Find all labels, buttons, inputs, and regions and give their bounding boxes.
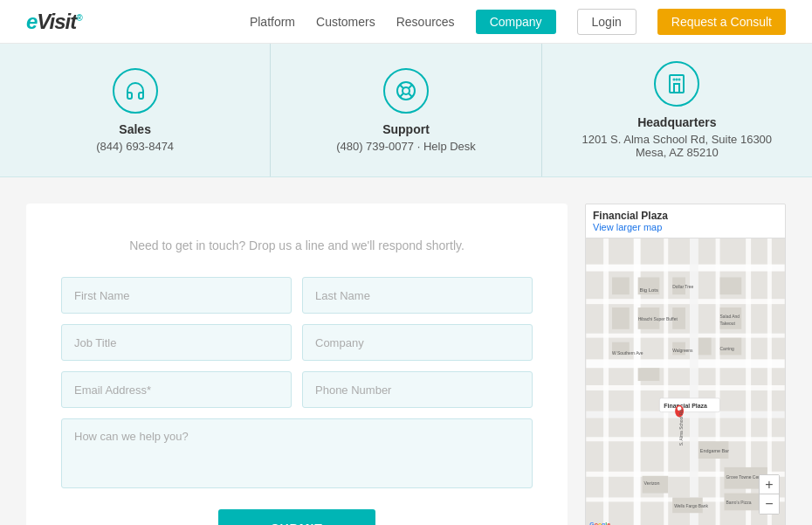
hq-title: Headquarters — [637, 115, 716, 129]
svg-text:Takeout: Takeout — [720, 321, 736, 326]
svg-text:Google: Google — [589, 522, 610, 525]
svg-rect-17 — [586, 265, 784, 272]
phone-input[interactable] — [302, 371, 533, 408]
svg-rect-21 — [586, 385, 784, 390]
zoom-in-button[interactable]: + — [760, 475, 779, 494]
svg-text:Walgreens: Walgreens — [672, 349, 693, 353]
svg-text:S. Alma School Rd: S. Alma School Rd — [679, 410, 684, 446]
map-body: Big Lots Dollar Tree Hibachi Super Buffe… — [586, 238, 785, 525]
svg-line-3 — [409, 93, 412, 96]
svg-rect-43 — [638, 368, 660, 381]
svg-text:Salad And: Salad And — [720, 314, 740, 319]
hq-address2: Mesa, AZ 85210 — [636, 146, 719, 159]
name-row — [61, 277, 533, 314]
map-title: Financial Plaza — [593, 210, 668, 222]
svg-rect-37 — [612, 277, 630, 294]
support-icon — [383, 68, 429, 114]
svg-text:Financial Plaza: Financial Plaza — [664, 403, 707, 409]
svg-text:Big Lots: Big Lots — [640, 287, 658, 293]
headphones-icon — [113, 68, 158, 114]
svg-point-14 — [677, 79, 678, 80]
sales-info: (844) 693-8474 — [96, 140, 174, 153]
svg-rect-36 — [720, 277, 742, 294]
svg-text:Hibachi Super Buffet: Hibachi Super Buffet — [638, 317, 678, 321]
svg-rect-9 — [674, 84, 679, 93]
svg-line-2 — [400, 84, 403, 87]
main-content: Need to get in touch? Drop us a line and… — [0, 177, 812, 525]
navbar: eVisit® Platform Customers Resources Com… — [0, 0, 812, 44]
svg-text:W Southern Ave: W Southern Ave — [612, 351, 643, 356]
svg-text:Barro's Pizza: Barro's Pizza — [726, 501, 751, 505]
map-zoom-controls: + − — [759, 474, 780, 515]
svg-text:Wells Fargo Bank: Wells Fargo Bank — [674, 504, 708, 508]
contact-sales: Sales (844) 693-8474 — [0, 44, 271, 176]
email-input[interactable] — [61, 371, 292, 408]
map-larger-link[interactable]: View larger map — [593, 222, 778, 232]
message-row — [61, 418, 533, 488]
nav-links: Platform Customers Resources Company Log… — [250, 9, 786, 35]
svg-text:Endgame Bar: Endgame Bar — [700, 448, 729, 453]
svg-rect-39 — [698, 338, 712, 356]
nav-company[interactable]: Company — [476, 10, 556, 34]
email-phone-row — [61, 371, 533, 408]
svg-rect-30 — [716, 238, 720, 525]
support-info: (480) 739-0077 · Help Desk — [336, 140, 476, 153]
zoom-out-button[interactable]: − — [760, 494, 779, 514]
login-button[interactable]: Login — [577, 9, 637, 35]
svg-rect-20 — [586, 359, 784, 368]
svg-rect-33 — [612, 307, 630, 329]
contact-support: Support (480) 739-0077 · Help Desk — [271, 44, 541, 176]
last-name-input[interactable] — [302, 277, 533, 314]
sales-title: Sales — [119, 122, 151, 136]
map-svg: Big Lots Dollar Tree Hibachi Super Buffe… — [586, 238, 785, 525]
logo-visit: Visit — [37, 10, 76, 33]
contact-strip: Sales (844) 693-8474 Support (480) 739-0… — [0, 44, 812, 177]
company-input[interactable] — [302, 324, 533, 361]
svg-point-1 — [403, 87, 409, 94]
svg-text:Carring: Carring — [720, 347, 734, 351]
submit-button[interactable]: SUBMIT — [218, 509, 375, 525]
svg-rect-18 — [586, 299, 784, 304]
svg-text:Verizon: Verizon — [644, 480, 660, 486]
map-header: Financial Plaza View larger map — [586, 204, 785, 238]
svg-line-4 — [409, 84, 412, 87]
consult-button[interactable]: Request a Consult — [657, 9, 786, 35]
form-section: Need to get in touch? Drop us a line and… — [26, 204, 568, 525]
nav-customers[interactable]: Customers — [316, 15, 375, 29]
message-textarea[interactable] — [61, 418, 533, 488]
hq-address1: 1201 S. Alma School Rd, Suite 16300 — [582, 133, 773, 146]
form-tagline: Need to get in touch? Drop us a line and… — [61, 238, 533, 252]
svg-rect-19 — [586, 334, 784, 338]
nav-resources[interactable]: Resources — [396, 15, 455, 29]
map-container: Financial Plaza View larger map — [585, 204, 786, 525]
job-title-input[interactable] — [61, 324, 292, 361]
first-name-input[interactable] — [61, 277, 292, 314]
support-title: Support — [382, 122, 430, 136]
map-section: Financial Plaza View larger map — [585, 204, 786, 525]
svg-point-15 — [679, 79, 680, 80]
building-icon — [654, 61, 699, 107]
logo-e: e — [26, 10, 37, 33]
nav-platform[interactable]: Platform — [250, 15, 295, 29]
logo: eVisit® — [26, 10, 82, 34]
svg-text:Dollar Tree: Dollar Tree — [672, 285, 693, 289]
svg-line-5 — [400, 93, 403, 96]
svg-point-13 — [674, 79, 675, 80]
svg-rect-29 — [690, 238, 698, 525]
contact-hq: Headquarters 1201 S. Alma School Rd, Sui… — [542, 44, 812, 176]
job-company-row — [61, 324, 533, 361]
svg-rect-23 — [586, 437, 784, 441]
svg-rect-26 — [603, 238, 609, 525]
